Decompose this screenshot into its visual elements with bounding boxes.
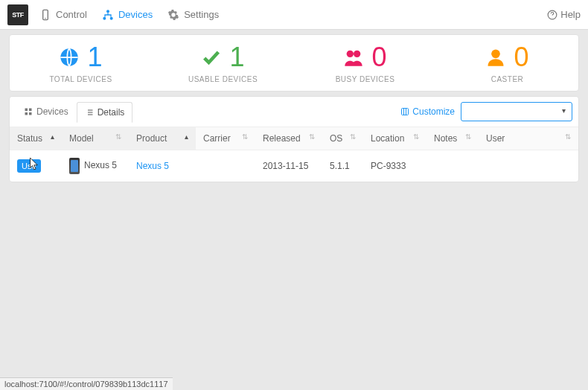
nav-devices-label: Devices (118, 9, 153, 20)
device-table: Status▴ Model⇅ Product▴ Carrier⇅ Release… (10, 127, 578, 182)
help-icon (547, 10, 557, 20)
customize-button[interactable]: Customize (400, 106, 455, 117)
device-thumb-icon (69, 158, 80, 174)
cell-location: PC-9333 (363, 150, 426, 182)
stat-usable-label: USABLE DEVICES (152, 75, 294, 83)
nav-settings[interactable]: Settings (167, 9, 219, 21)
svg-rect-21 (402, 109, 409, 115)
col-status[interactable]: Status▴ (10, 127, 62, 150)
stat-busy-label: BUSY DEVICES (294, 75, 436, 83)
stats-card: 1 TOTAL DEVICES 1 USABLE DEVICES 0 BUSY … (9, 34, 579, 92)
nav-group: Control Devices Settings (39, 9, 547, 21)
stat-total: 1 TOTAL DEVICES (10, 44, 152, 83)
tab-devices-label: Devices (36, 106, 68, 117)
col-product[interactable]: Product▴ (129, 127, 196, 150)
stat-caster-label: CASTER (436, 75, 578, 83)
stat-busy-value: 0 (371, 44, 386, 71)
columns-icon (400, 107, 409, 116)
col-released[interactable]: Released⇅ (255, 127, 322, 150)
stat-total-value: 1 (87, 44, 102, 71)
check-icon (201, 47, 222, 68)
col-user[interactable]: User⇅ (479, 127, 578, 150)
user-icon (485, 47, 506, 68)
users-icon (343, 47, 364, 68)
tab-details-label: Details (98, 107, 125, 118)
grid-icon (24, 107, 33, 116)
sort-icon: ⇅ (115, 133, 121, 141)
cell-model: Nexus 5 (84, 160, 117, 170)
globe-icon (59, 47, 80, 68)
sort-icon: ⇅ (309, 133, 315, 141)
filter-select[interactable] (461, 102, 572, 121)
cell-notes (426, 150, 479, 182)
stat-total-label: TOTAL DEVICES (10, 75, 152, 83)
table-toolbar: Devices Details Customize (10, 97, 578, 127)
stat-caster: 0 CASTER (436, 44, 578, 83)
nav-devices[interactable]: Devices (102, 9, 153, 21)
svg-point-2 (106, 10, 109, 13)
sort-icon: ⇅ (465, 133, 471, 141)
stat-busy: 0 BUSY DEVICES (294, 44, 436, 83)
col-location[interactable]: Location⇅ (363, 127, 426, 150)
top-nav: STF Control Devices Settings Help (0, 0, 588, 30)
sort-up-icon: ▴ (51, 133, 54, 141)
phone-icon (39, 9, 51, 21)
col-os[interactable]: OS⇅ (322, 127, 363, 150)
logo: STF (7, 4, 28, 25)
svg-point-9 (354, 51, 360, 57)
svg-point-3 (103, 16, 106, 19)
tab-devices[interactable]: Devices (16, 101, 77, 122)
sort-icon: ⇅ (565, 133, 571, 141)
svg-point-8 (347, 51, 354, 57)
stat-usable: 1 USABLE DEVICES (152, 44, 294, 83)
nav-help[interactable]: Help (547, 9, 581, 20)
sort-up-icon: ▴ (185, 133, 188, 141)
svg-rect-13 (25, 112, 28, 115)
stat-caster-value: 0 (514, 44, 528, 71)
cell-released: 2013-11-15 (255, 150, 322, 182)
nav-control[interactable]: Control (39, 9, 87, 21)
svg-rect-14 (29, 112, 32, 115)
customize-label: Customize (412, 106, 455, 117)
col-notes[interactable]: Notes⇅ (426, 127, 479, 150)
sort-icon: ⇅ (242, 133, 248, 141)
tab-details[interactable]: Details (77, 102, 133, 123)
nav-help-label: Help (560, 9, 581, 20)
cell-carrier (196, 150, 255, 182)
svg-rect-11 (25, 109, 28, 112)
device-table-card: Devices Details Customize Status▴ Model⇅… (9, 96, 579, 182)
cell-os: 5.1.1 (322, 150, 363, 182)
sort-icon: ⇅ (350, 133, 356, 141)
table-row[interactable]: Use Nexus 5 Nexus 5 2013-11-15 5.1.1 PC-… (10, 150, 578, 182)
sort-icon: ⇅ (413, 133, 419, 141)
status-bar: localhost:7100/#!/control/079839b113dc11… (0, 377, 173, 390)
col-carrier[interactable]: Carrier⇅ (196, 127, 255, 150)
sitemap-icon (102, 9, 114, 21)
cell-user (479, 150, 578, 182)
svg-rect-12 (29, 109, 32, 112)
svg-point-10 (492, 50, 501, 59)
view-tabs: Devices Details (16, 101, 132, 122)
gear-icon (167, 9, 179, 21)
col-model[interactable]: Model⇅ (62, 127, 129, 150)
stat-usable-value: 1 (229, 44, 244, 71)
list-icon (85, 108, 94, 117)
nav-control-label: Control (56, 9, 87, 20)
nav-settings-label: Settings (184, 9, 219, 20)
svg-point-4 (110, 16, 113, 19)
cell-product[interactable]: Nexus 5 (136, 161, 169, 171)
use-button[interactable]: Use (17, 159, 41, 173)
